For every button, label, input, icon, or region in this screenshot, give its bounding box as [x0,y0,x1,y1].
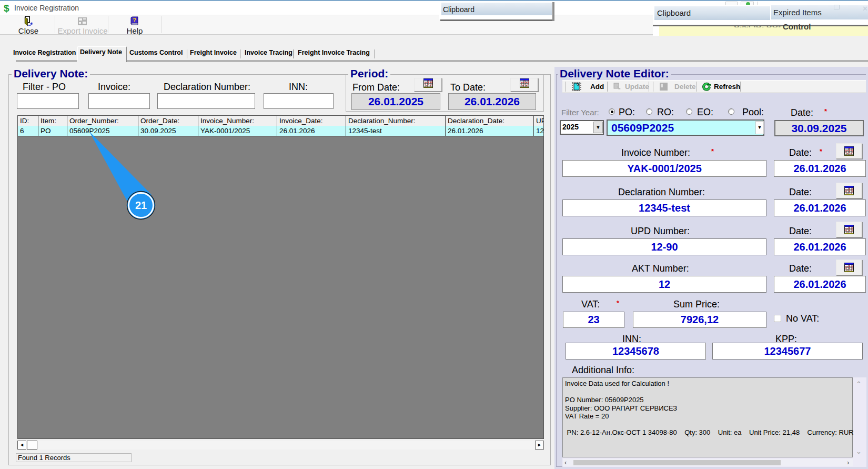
svg-text:?: ? [133,17,136,23]
svg-text:21: 21 [135,199,147,211]
